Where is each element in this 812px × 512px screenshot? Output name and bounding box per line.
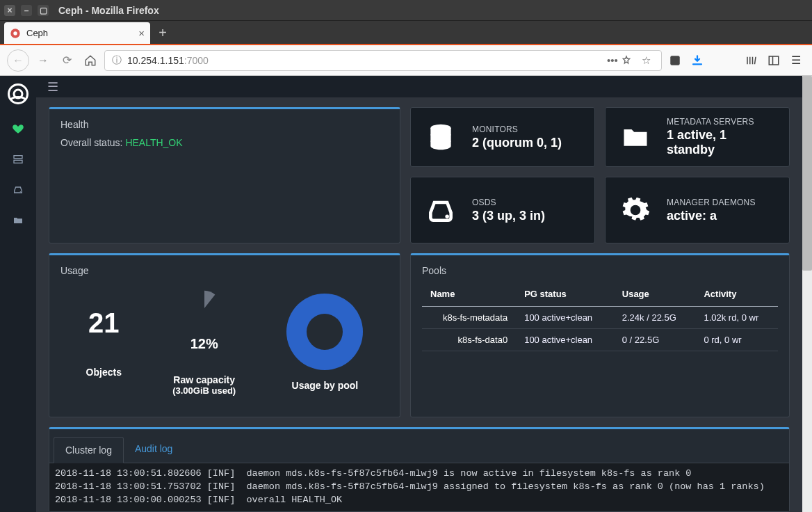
mds-value: 1 active, 1 standby: [667, 128, 778, 157]
menu-toggle-button[interactable]: ☰: [47, 79, 58, 95]
mgr-label: MANAGER DAEMONS: [667, 198, 756, 207]
health-overall-value: HEALTH_OK: [125, 137, 182, 148]
new-tab-button[interactable]: +: [153, 23, 172, 42]
col-activity: Activity: [695, 283, 778, 307]
pool-usage: 0 / 22.5G: [614, 329, 696, 351]
browser-tab-active[interactable]: Ceph ×: [4, 22, 150, 44]
app-topbar: ☰: [36, 76, 802, 97]
osds-label: OSDS: [472, 198, 545, 207]
tab-audit-log[interactable]: Audit log: [124, 436, 184, 463]
scrollbar-thumb[interactable]: [802, 76, 812, 271]
svg-rect-6: [14, 156, 22, 159]
usage-objects-label: Objects: [86, 367, 122, 378]
browser-tabbar: Ceph × +: [0, 21, 812, 45]
col-usage: Usage: [614, 283, 696, 307]
sidebar-item-dashboard[interactable]: [6, 116, 31, 141]
pool-activity: 1.02k rd, 0 wr: [695, 307, 778, 329]
log-output[interactable]: 2018-11-18 13:00:51.802606 [INF] daemon …: [49, 463, 789, 511]
folder-icon: [13, 215, 24, 226]
hdd-icon: [13, 184, 24, 195]
more-icon[interactable]: •••: [604, 54, 621, 66]
health-overall: Overall status: HEALTH_OK: [60, 137, 389, 148]
page-scrollbar[interactable]: [802, 76, 812, 512]
usage-raw-label: Raw capacity: [172, 374, 236, 385]
monitors-value: 2 (quorum 0, 1): [472, 136, 562, 150]
svg-point-1: [13, 31, 17, 35]
svg-point-4: [9, 85, 28, 104]
sidebar-icon[interactable]: [765, 51, 783, 70]
evernote-icon[interactable]: [666, 51, 684, 70]
usage-by-pool-chart: [286, 294, 363, 370]
window-titlebar: × – ▢ Ceph - Mozilla Firefox: [0, 0, 812, 21]
window-maximize-button[interactable]: ▢: [38, 5, 49, 16]
library-icon[interactable]: [742, 51, 761, 70]
col-pg: PG status: [516, 283, 614, 307]
svg-point-8: [20, 191, 21, 192]
url-port: :7000: [184, 55, 209, 66]
window-title: Ceph - Mozilla Firefox: [58, 5, 159, 16]
sidebar-item-osd[interactable]: [6, 177, 31, 202]
card-logs: Cluster log Audit log 2018-11-18 13:00:5…: [49, 427, 790, 512]
usage-objects-value: 21: [86, 307, 122, 339]
mds-label: METADATA SERVERS: [667, 117, 778, 127]
pool-usage: 2.24k / 22.5G: [614, 307, 696, 329]
window-minimize-button[interactable]: –: [21, 5, 32, 16]
pool-name: k8s-fs-metadata: [422, 307, 516, 329]
sidebar-item-cluster[interactable]: [6, 147, 31, 172]
folder-icon: [617, 118, 654, 156]
reader-icon[interactable]: [621, 55, 638, 66]
url-input[interactable]: ⓘ 10.254.1.151:7000 ••• ☆: [104, 50, 662, 71]
pool-pg: 100 active+clean: [516, 329, 614, 351]
table-row[interactable]: k8s-fs-data0 100 active+clean 0 / 22.5G …: [422, 329, 778, 351]
tab-cluster-log[interactable]: Cluster log: [54, 437, 124, 463]
card-pools: Pools Name PG status Usage Activity k8s-…: [410, 253, 790, 417]
home-icon: [84, 54, 97, 67]
heartbeat-icon: [12, 122, 24, 135]
health-overall-label: Overall status:: [60, 137, 125, 148]
pools-table: Name PG status Usage Activity k8s-fs-met…: [422, 283, 778, 351]
nav-reload-button[interactable]: ⟳: [57, 51, 76, 70]
usage-objects: 21 Objects: [86, 307, 122, 378]
usage-raw-value: 12%: [172, 336, 236, 352]
card-usage: Usage 21 Objects 12% Raw capacity (3.00G…: [49, 253, 400, 417]
downloads-icon[interactable]: [688, 51, 706, 70]
ceph-logo-icon[interactable]: [6, 81, 31, 106]
card-metadata-servers[interactable]: METADATA SERVERS1 active, 1 standby: [605, 107, 790, 167]
server-icon: [13, 154, 24, 165]
window-close-button[interactable]: ×: [4, 5, 15, 16]
database-icon: [422, 118, 460, 156]
col-name: Name: [422, 283, 516, 307]
nav-back-button[interactable]: ←: [7, 49, 29, 72]
app-menu-button[interactable]: ☰: [787, 51, 805, 70]
card-manager-daemons[interactable]: MANAGER DAEMONSactive: a: [605, 177, 790, 243]
bookmark-icon[interactable]: ☆: [638, 54, 654, 67]
table-row[interactable]: k8s-fs-metadata 100 active+clean 2.24k /…: [422, 307, 778, 329]
usage-raw: 12% Raw capacity (3.00GiB used): [172, 289, 236, 396]
tab-close-icon[interactable]: ×: [138, 27, 145, 39]
sidebar-item-filesystem[interactable]: [6, 208, 31, 233]
nav-home-button[interactable]: [81, 51, 100, 70]
osds-value: 3 (3 up, 3 in): [472, 209, 545, 223]
card-health: Health Overall status: HEALTH_OK: [49, 107, 400, 243]
card-monitors[interactable]: MONITORS2 (quorum 0, 1): [410, 107, 595, 167]
usage-raw-sub: (3.00GiB used): [172, 385, 236, 396]
svg-rect-2: [769, 56, 779, 65]
health-title: Health: [60, 119, 389, 130]
url-host: 10.254.1.151: [127, 55, 184, 66]
log-tabs: Cluster log Audit log: [49, 436, 789, 463]
svg-point-10: [445, 215, 449, 219]
pool-name: k8s-fs-data0: [422, 329, 516, 351]
table-header-row: Name PG status Usage Activity: [422, 283, 778, 307]
mgr-value: active: a: [667, 209, 756, 223]
app-sidebar: [0, 76, 36, 512]
site-info-icon[interactable]: ⓘ: [112, 54, 122, 67]
card-osds[interactable]: OSDS3 (3 up, 3 in): [410, 177, 595, 243]
ceph-favicon-icon: [10, 28, 21, 39]
pool-activity: 0 rd, 0 wr: [695, 329, 778, 351]
nav-forward-button[interactable]: →: [33, 51, 53, 70]
usage-title: Usage: [60, 265, 389, 276]
raw-capacity-chart: [185, 289, 224, 328]
usage-pool-label: Usage by pool: [286, 380, 363, 391]
browser-toolbar: ← → ⟳ ⓘ 10.254.1.151:7000 ••• ☆ ☰: [0, 45, 812, 76]
pool-pg: 100 active+clean: [516, 307, 614, 329]
